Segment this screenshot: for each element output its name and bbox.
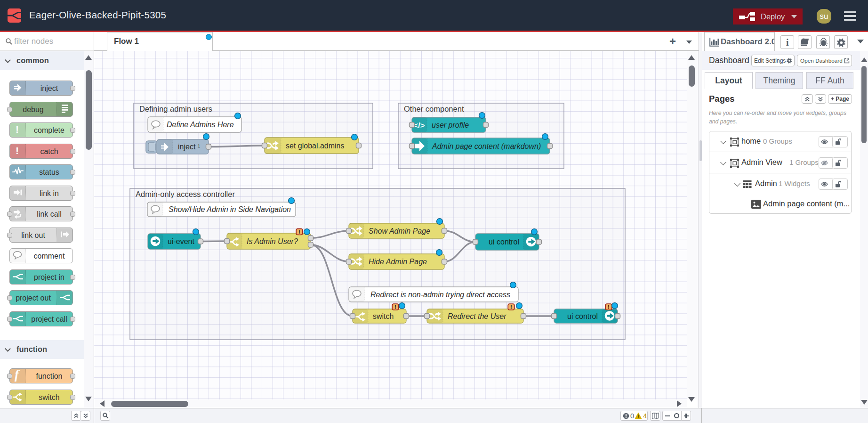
svg-text:Define Admins Here: Define Admins Here bbox=[167, 121, 234, 129]
svg-text:Is Admin User?: Is Admin User? bbox=[247, 237, 298, 245]
svg-text:user profile: user profile bbox=[432, 121, 469, 129]
svg-text:Hide Admin Page: Hide Admin Page bbox=[369, 258, 427, 266]
svg-text:switch: switch bbox=[373, 312, 394, 320]
svg-text:Admin page content (markdown): Admin page content (markdown) bbox=[432, 142, 541, 150]
svg-text:ui-event: ui-event bbox=[168, 237, 194, 245]
svg-text:Show/Hide Admin in Side Naviga: Show/Hide Admin in Side Navigation bbox=[169, 205, 291, 213]
svg-text:ui control: ui control bbox=[489, 238, 519, 246]
svg-text:Other component: Other component bbox=[404, 105, 464, 113]
svg-text:Redirect the User: Redirect the User bbox=[448, 312, 506, 320]
svg-text:Show Admin Page: Show Admin Page bbox=[369, 227, 430, 235]
svg-text:</>: </> bbox=[413, 121, 425, 130]
svg-text:Defining admin users: Defining admin users bbox=[139, 105, 212, 113]
svg-text:Redirect is non-admin trying d: Redirect is non-admin trying direct acce… bbox=[370, 291, 510, 299]
svg-text:Admin-only access controller: Admin-only access controller bbox=[136, 190, 235, 198]
svg-text:inject ¹: inject ¹ bbox=[178, 143, 200, 151]
svg-text:ui control: ui control bbox=[567, 312, 598, 320]
svg-text:set global.admins: set global.admins bbox=[286, 142, 345, 150]
